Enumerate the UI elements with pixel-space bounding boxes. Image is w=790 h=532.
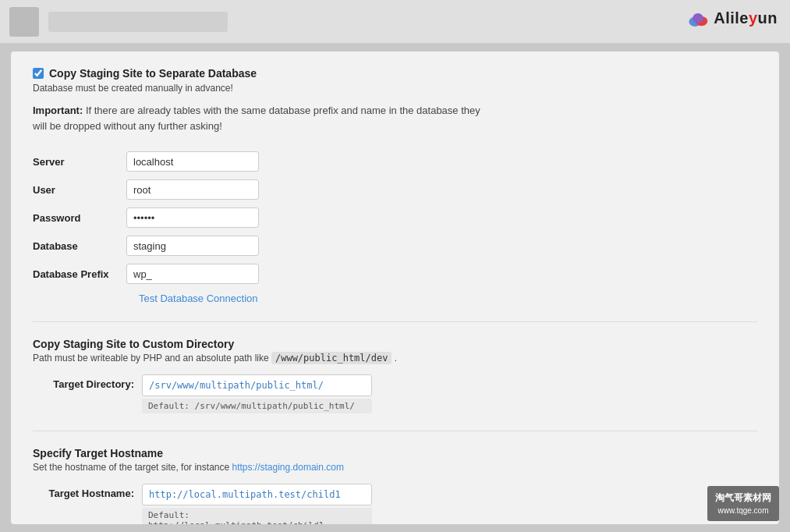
hostname-example-link[interactable]: https://staging.domain.com [232, 462, 343, 473]
user-row: User [33, 176, 259, 204]
user-label: User [33, 176, 126, 204]
prefix-row: Database Prefix [33, 260, 259, 288]
hostname-desc-prefix: Set the hostname of the target site, for… [33, 462, 232, 473]
important-note: Important: If there are already tables w… [33, 103, 485, 133]
target-directory-default: Default: /srv/www/multipath/public_html/ [142, 399, 372, 413]
copy-staging-checkbox[interactable] [33, 68, 44, 79]
directory-code: /www/public_html/dev [271, 352, 392, 364]
main-content: Copy Staging Site to Separate Database D… [11, 51, 779, 524]
divider-2 [33, 431, 757, 431]
db-form-table: Server User Password Database Database P… [33, 147, 259, 288]
hostname-section: Specify Target Hostname Set the hostname… [33, 447, 757, 524]
target-directory-input-wrap: Default: /srv/www/multipath/public_html/ [142, 374, 372, 413]
database-row: Database [33, 232, 259, 260]
directory-desc: Path must be writeable by PHP and an abs… [33, 353, 757, 364]
server-row: Server [33, 147, 259, 176]
divider-1 [33, 321, 757, 322]
directory-desc-suffix: . [391, 353, 397, 364]
hostname-desc: Set the hostname of the target site, for… [33, 462, 757, 473]
custom-directory-section: Copy Staging Site to Custom Directory Pa… [33, 338, 757, 413]
brand-name: Alileyun [714, 9, 778, 27]
watermark-site: 淘气哥素材网 [715, 491, 771, 505]
target-hostname-default: Default: http://local.multipath.test/chi… [142, 508, 372, 524]
target-hostname-label: Target Hostname: [33, 484, 134, 499]
brand-accent: y [749, 9, 758, 27]
directory-desc-prefix: Path must be writeable by PHP and an abs… [33, 353, 271, 364]
copy-staging-label[interactable]: Copy Staging Site to Separate Database [49, 67, 257, 80]
target-hostname-input-wrap: Default: http://local.multipath.test/chi… [142, 484, 372, 524]
password-input[interactable] [126, 207, 259, 228]
top-bar: Alileyun [0, 0, 790, 44]
cloud-icon [687, 11, 709, 27]
server-input[interactable] [126, 151, 259, 172]
target-hostname-row: Target Hostname: Default: http://local.m… [33, 484, 757, 524]
brand-logo: Alileyun [687, 9, 778, 27]
database-input[interactable] [126, 236, 259, 256]
directory-title: Copy Staging Site to Custom Directory [33, 338, 757, 350]
target-directory-label: Target Directory: [33, 374, 134, 390]
watermark-url: www.tqge.com [715, 505, 771, 516]
watermark: 淘气哥素材网 www.tqge.com [707, 486, 779, 521]
server-label: Server [33, 147, 126, 176]
address-bar-placeholder [48, 12, 228, 32]
test-db-link[interactable]: Test Database Connection [139, 293, 757, 304]
hostname-title: Specify Target Hostname [33, 447, 757, 459]
user-input[interactable] [126, 179, 259, 200]
prefix-label: Database Prefix [33, 260, 126, 288]
checkbox-row: Copy Staging Site to Separate Database [33, 67, 757, 80]
target-directory-input[interactable] [142, 374, 372, 396]
copy-staging-section: Copy Staging Site to Separate Database D… [33, 67, 757, 304]
password-row: Password [33, 204, 259, 232]
password-label: Password [33, 204, 126, 232]
prefix-input[interactable] [126, 264, 259, 284]
target-hostname-input[interactable] [142, 484, 372, 505]
important-text: If there are already tables with the sam… [33, 105, 480, 132]
important-prefix: Important: [33, 105, 83, 116]
database-label: Database [33, 232, 126, 260]
logo-placeholder [9, 7, 39, 37]
target-directory-row: Target Directory: Default: /srv/www/mult… [33, 374, 757, 413]
svg-point-2 [693, 13, 703, 23]
sub-note: Database must be created manually in adv… [33, 83, 757, 94]
